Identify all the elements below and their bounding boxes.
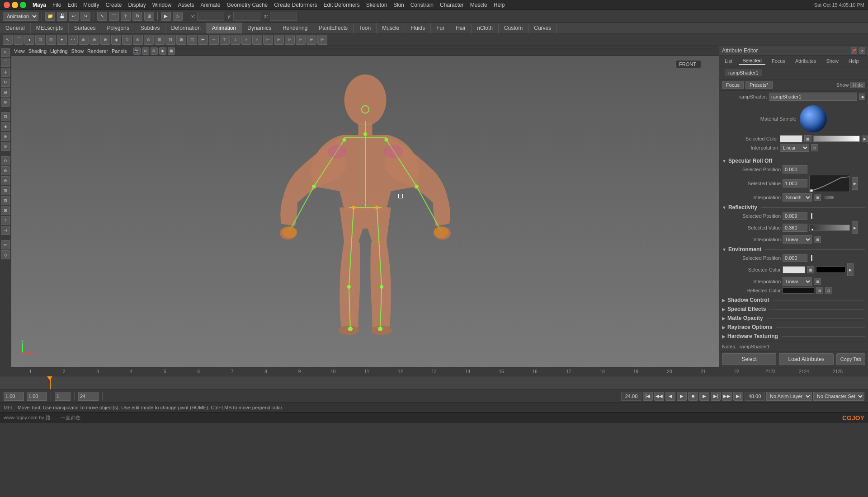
refl-val-input[interactable] [783,224,807,232]
tab-hair[interactable]: Hair [450,23,472,33]
muscle-menu[interactable]: Muscle [470,2,487,8]
anim-icon-7[interactable]: ⋯ [68,35,78,45]
tab-subdivs[interactable]: Subdivs [135,23,166,33]
misc-btn-3[interactable]: ⊛ [1,176,10,185]
specular-val-input[interactable] [783,179,807,188]
animate-menu[interactable]: Animate [201,2,221,8]
attr-tab-show[interactable]: Show [822,57,842,65]
file-menu[interactable]: File [52,2,61,8]
create-deformers-menu[interactable]: Create Deformers [274,2,317,8]
anim-icon-15[interactable]: ⊞ [155,35,165,45]
anim-icon-28[interactable]: ⊫ [296,35,306,45]
selected-color-swatch[interactable] [780,135,802,142]
select-btn-bottom[interactable]: Select [722,353,776,365]
interpolation-icon[interactable]: ⊞ [811,144,818,151]
env-color-icon[interactable]: ▦ [807,266,814,273]
constrain-menu[interactable]: Constrain [410,2,434,8]
z-coord-input[interactable] [270,12,297,21]
ramp-shader-arrow[interactable]: ◀ [859,94,865,100]
refl-interp-icon[interactable]: ⊞ [814,236,821,243]
misc-btn-8[interactable]: ⊣ [1,226,10,235]
y-coord-input[interactable] [233,12,260,21]
specular-pos-input[interactable] [783,165,807,173]
specular-interp-icon[interactable]: ⊞ [814,194,821,201]
tab-animation[interactable]: Animation [207,23,242,33]
geometry-cache-menu[interactable]: Geometry Cache [227,2,268,8]
move-btn[interactable]: ✛ [1,68,10,77]
renderer-menu[interactable]: Renderer [87,48,108,54]
create-menu[interactable]: Create [105,2,122,8]
anim-icon-8[interactable]: ⊚ [79,35,89,45]
start-time-input[interactable] [4,392,24,401]
tab-fur[interactable]: Fur [431,23,450,33]
snap-btn-4[interactable]: ⊙ [1,142,10,151]
minimize-btn[interactable] [12,2,18,8]
snap-btn-1[interactable]: ⊡ [1,112,10,121]
open-scene-btn[interactable]: 📁 [45,12,55,21]
paint-btn[interactable]: ✏ [1,240,10,249]
edit-deformers-menu[interactable]: Edit Deformers [324,2,360,8]
help-menu[interactable]: Help [494,2,505,8]
reflected-color-icon2[interactable]: ⊡ [825,287,832,294]
attr-tab-selected[interactable]: Selected [739,57,765,65]
anim-icon-13[interactable]: ⊜ [133,35,143,45]
rotate-btn[interactable]: ↻ [1,78,10,87]
select-btn[interactable]: ↖ [1,48,10,57]
x-coord-input[interactable] [197,12,224,21]
tab-toon[interactable]: Toon [354,23,377,33]
app-name-menuitem[interactable]: Maya [33,2,46,8]
mode-dropdown[interactable]: Animation [3,12,38,21]
anim-icon-19[interactable]: ⊢ [198,35,208,45]
specular-interp-dropdown[interactable]: Smooth Linear None [783,193,812,202]
anim-icon-21[interactable]: ⊤ [220,35,230,45]
lasso-tool-btn[interactable]: ⌒ [109,12,119,21]
interpolation-dropdown[interactable]: Linear None Smooth Spline [780,144,809,152]
window-menu[interactable]: Window [152,2,172,8]
anim-icon-14[interactable]: ⊝ [144,35,154,45]
scale-tool-btn[interactable]: ⊞ [144,12,154,21]
go-start-btn[interactable]: |◀ [643,392,653,401]
move-tool-btn[interactable]: ✛ [121,12,131,21]
misc-btn-2[interactable]: ⊜ [1,166,10,175]
anim-icon-27[interactable]: ⊪ [285,35,295,45]
render-btn[interactable]: ▶ [161,12,171,21]
material-sphere-preview[interactable] [800,105,827,132]
prev-key-btn[interactable]: ◀◀ [654,392,664,401]
show-manip-btn[interactable]: ⊗ [1,98,10,107]
anim-icon-11[interactable]: ◈ [111,35,121,45]
anim-icon-24[interactable]: ⊧ [252,35,262,45]
anim-icon-30[interactable]: ⊭ [317,35,327,45]
close-btn[interactable] [4,2,10,8]
edit-menu[interactable]: Edit [67,2,77,8]
display-menu[interactable]: Display [128,2,146,8]
misc-btn-5[interactable]: ⊟ [1,196,10,205]
specular-ramp-graph[interactable] [809,175,850,192]
attr-tab-help[interactable]: Help [845,57,863,65]
anim-icon-18[interactable]: ⊡ [187,35,197,45]
anim-icon-10[interactable]: ⊗ [100,35,110,45]
tab-custom[interactable]: Custom [499,23,528,33]
tab-rendering[interactable]: Rendering [277,23,313,33]
env-ramp-black[interactable] [816,267,845,273]
anim-icon-23[interactable]: ⊦ [241,35,251,45]
assets-menu[interactable]: Assets [178,2,194,8]
matte-opacity-section[interactable]: ▶ Matte Opacity [722,315,865,321]
hardware-texturing-section[interactable]: ▶ Hardware Texturing [722,333,865,339]
tab-surfaces[interactable]: Surfaces [69,23,101,33]
view-menu[interactable]: View [14,48,25,54]
attr-tab-attributes[interactable]: Attributes [792,57,820,65]
reflected-color-swatch[interactable] [783,287,814,294]
misc-btn-6[interactable]: ⊠ [1,206,10,215]
specular-rolloff-section[interactable]: ▼ Specular Roll Off [722,158,865,164]
anim-icon-20[interactable]: ⊣ [209,35,219,45]
modify-menu[interactable]: Modify [83,2,99,8]
anim-icon-2[interactable]: ⌒ [14,35,24,45]
presets-btn[interactable]: Presets* [745,81,773,89]
env-pos-input[interactable] [783,254,807,262]
refl-pos-input[interactable] [783,212,807,220]
playback-start-input[interactable] [78,392,99,401]
character-set-dropdown[interactable]: No Character Set [813,392,864,401]
shadow-control-section[interactable]: ▶ Shadow Control [722,297,865,303]
attr-panel-pin[interactable]: 📌 [851,47,857,54]
next-key-btn[interactable]: ▶▶ [722,392,732,401]
